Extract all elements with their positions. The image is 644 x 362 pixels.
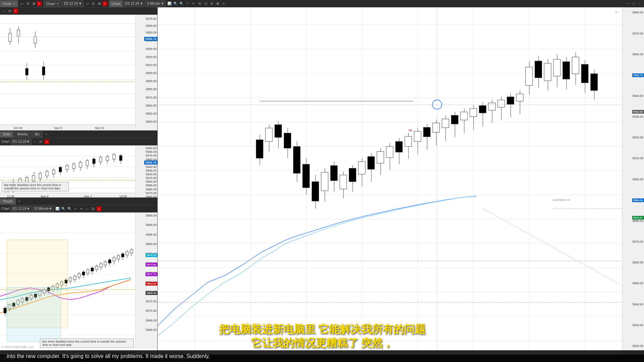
monthly-tab[interactable]: Mo (32, 131, 43, 137)
chart3-zoom-in[interactable]: 🔍 (173, 1, 178, 6)
grid-h-6 (0, 94, 136, 94)
window-minimize[interactable]: ─ (625, 1, 630, 6)
chart2-icon-1[interactable]: ▭ (85, 1, 90, 6)
grid-h-2 (0, 37, 136, 37)
chart3-draw[interactable]: ✏ (191, 1, 196, 6)
svg-text:Last Week's H: Last Week's H (552, 198, 570, 201)
15min-price-13: 5966.00 (146, 328, 157, 331)
15min-label: Chart (1, 207, 9, 210)
15min-price-axis: 5990.00 5988.00 5986.00 5984.00 5982.00 … (136, 213, 157, 349)
daily-close-btn[interactable]: × (13, 9, 18, 13)
hourly-maximize[interactable]: ⊟ (38, 139, 43, 144)
hourly-symbol-dropdown[interactable]: ES 12-24 ▼ (11, 139, 32, 145)
chart3-icon-b[interactable]: ⊟ (209, 1, 214, 6)
hourly-add-tab[interactable]: + (17, 199, 22, 204)
15min-timeframe-dropdown[interactable]: 15 Minute ▼ (32, 206, 54, 212)
chart3-symbol-dropdown[interactable]: ES 12-24 ▼ (123, 1, 145, 7)
chart-tab-3[interactable]: Chart (109, 0, 123, 7)
chart-tab-1[interactable]: Chart ▼ (0, 0, 18, 7)
chart3-settings[interactable]: ⚙ (197, 1, 202, 6)
15min-cyan-box (7, 287, 61, 342)
svg-rect-31 (52, 170, 55, 174)
15min-icon-1[interactable]: 📊 (55, 206, 60, 212)
15min-close-btn[interactable]: × (97, 206, 101, 211)
hourly-tab[interactable]: Hourly (0, 198, 16, 204)
chart-tab-2-label: Chart (46, 2, 55, 6)
grid-h-3 (0, 51, 136, 51)
chart-tab-1-arrow[interactable]: ▼ (13, 2, 16, 5)
chart-tab-2[interactable]: Chart ▼ (44, 0, 62, 7)
svg-rect-198 (488, 103, 495, 110)
chart3-icon-c[interactable]: ⊠ (215, 1, 220, 6)
hourly-back-btn[interactable]: ← (32, 139, 38, 144)
15min-icon-4[interactable]: + (73, 206, 78, 212)
daily-back-btn[interactable]: ← (1, 8, 7, 14)
15min-msg-text: Bar timer disabled since the current tim… (42, 340, 126, 347)
15min-price-1: 5990.00 (146, 214, 157, 217)
svg-rect-210 (544, 63, 551, 81)
svg-rect-1 (9, 33, 11, 42)
svg-text:54: 54 (409, 129, 412, 132)
chart1-icon-1[interactable]: ▭ (19, 1, 24, 6)
hourly-price-12: 5880.00 (146, 188, 157, 191)
svg-rect-156 (293, 146, 300, 173)
main-5884-badge: 5884.36 (632, 198, 644, 202)
chart2-close-btn[interactable]: × (102, 1, 107, 6)
svg-rect-49 (113, 155, 115, 159)
chart3-zoom-out[interactable]: 🔍 (179, 1, 184, 6)
15min-maximize[interactable]: ⊟ (90, 206, 96, 212)
svg-rect-95 (78, 274, 80, 277)
15min-icon-5[interactable]: ✏ (79, 206, 84, 212)
chart3-icon-a[interactable]: ◫ (203, 1, 208, 6)
svg-rect-186 (433, 123, 440, 132)
15min-header: Chart ES 12-24 ▼ 15 Minute ▼ 📊 🔍 🔍 + ✏ ←… (0, 205, 157, 213)
daily-tab[interactable]: Daily (0, 131, 13, 137)
chart2-symbol-dropdown[interactable]: ES 12-24 ▼ (62, 1, 84, 7)
15min-icon-2[interactable]: 🔍 (61, 206, 66, 212)
main-price-7: 5920.00 (632, 136, 643, 139)
15min-badge-4: 5969.53 (146, 282, 157, 286)
main-price-16: 5830.00 (632, 323, 643, 327)
daily-chart-canvas (0, 15, 136, 124)
window-back[interactable]: ← (637, 1, 642, 6)
main-price-15: 5840.00 (632, 303, 643, 306)
15min-symbol-dropdown[interactable]: ES 12-24 ▼ (11, 206, 32, 212)
main-5872-badge: 5872.67 (632, 216, 644, 220)
daily-time-1: Oct 30 (13, 126, 22, 130)
svg-rect-154 (284, 133, 291, 148)
main-price-8: 5910.00 (632, 157, 643, 160)
15min-back-btn[interactable]: ← (85, 206, 90, 212)
chart3-bar-icon[interactable]: 📊 (167, 1, 172, 6)
svg-rect-164 (330, 166, 337, 181)
15min-icon-3[interactable]: 🔍 (67, 206, 72, 212)
main-price-1: 5980.00 (632, 11, 643, 14)
main-price-5: 5940.00 (632, 94, 643, 98)
chart1-close-btn[interactable]: × (37, 1, 42, 6)
daily-price-5: 5930.00 (146, 47, 157, 51)
chart2-icon-2[interactable]: ⊟ (91, 1, 96, 6)
svg-rect-152 (275, 125, 282, 137)
chart1-icon-3[interactable]: ⊠ (31, 1, 37, 6)
hourly-price-13: 5870.00 (146, 191, 157, 195)
chart3-icon-d[interactable]: ≡ (221, 1, 226, 6)
svg-rect-148 (256, 140, 263, 158)
window-maximize[interactable]: □ (631, 1, 636, 6)
svg-rect-174 (377, 152, 384, 163)
daily-current-price-badge: 5956.75 (144, 37, 157, 41)
chart-tab-2-arrow[interactable]: ▼ (56, 2, 59, 5)
weekly-tab[interactable]: Weekly (14, 131, 31, 137)
chart1-icon-2[interactable]: ⊟ (25, 1, 31, 6)
daily-add-tab[interactable]: + (44, 132, 49, 137)
hourly-price-3: 5970.00 (146, 154, 157, 157)
chart3-plus[interactable]: + (185, 1, 190, 6)
svg-rect-200 (498, 100, 505, 107)
main-back-nav[interactable]: ← (614, 9, 620, 15)
panel-daily: ← ⊟ × (0, 7, 157, 138)
chart2-icon-3[interactable]: ⊠ (97, 1, 102, 6)
hourly-close-btn[interactable]: × (44, 139, 49, 144)
daily-maximize[interactable]: ⊟ (7, 8, 12, 14)
svg-rect-206 (526, 67, 533, 85)
chart3-timeframe-dropdown[interactable]: 5 Minute ▼ (146, 1, 166, 7)
svg-rect-160 (312, 182, 319, 201)
svg-rect-33 (59, 167, 62, 172)
